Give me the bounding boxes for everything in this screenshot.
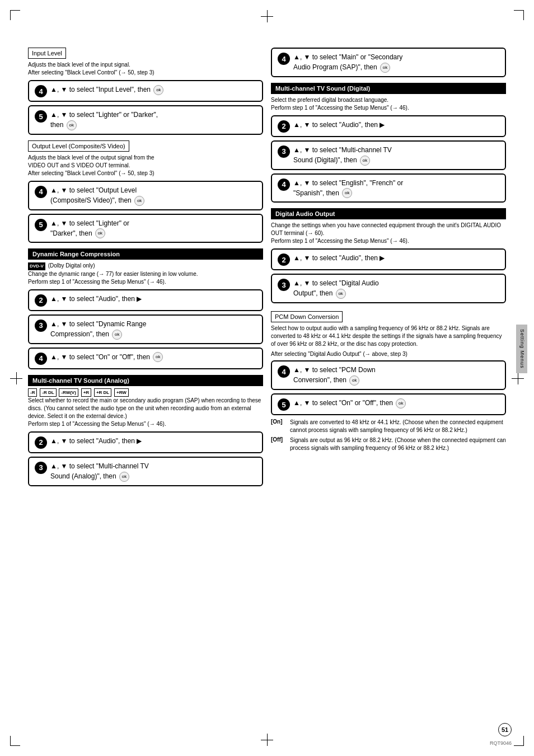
- dynamic-range-step3-text: ▲, ▼ to select "Dynamic RangeCompression…: [50, 319, 256, 340]
- ok-button-8[interactable]: ok: [380, 63, 390, 73]
- ok-button-11[interactable]: ok: [336, 289, 346, 299]
- pcm-desc: Select how to output audio with a sampli…: [271, 325, 506, 348]
- multichannel-analog-header: Multi-channel TV Sound (Analog): [28, 375, 263, 386]
- ok-button-12[interactable]: ok: [349, 375, 359, 386]
- multichannel-analog-step3-text: ▲, ▼ to select "Multi-channel TVSound (A…: [50, 461, 256, 482]
- badge-r: -R: [28, 388, 37, 397]
- step-num-3d: 3: [278, 279, 290, 291]
- multichannel-analog-desc: -R -R DL -RW(V) +R +R DL +RW Select whet…: [28, 388, 263, 428]
- badge-plus-r-dl: +R DL: [94, 388, 111, 397]
- multichannel-digital-step4: 4 ▲, ▼ to select "English", "French" or"…: [271, 173, 506, 203]
- multichannel-analog-step3: 3 ▲, ▼ to select "Multi-channel TVSound …: [28, 457, 263, 486]
- right-step4-main: 4 ▲, ▼ to select "Main" or "SecondaryAud…: [271, 48, 506, 77]
- digital-audio-step2-text: ▲, ▼ to select "Audio", then ▶: [293, 253, 499, 263]
- step-num-4c: 4: [35, 353, 47, 365]
- ok-button-9[interactable]: ok: [360, 156, 370, 166]
- ok-button-10[interactable]: ok: [342, 188, 352, 198]
- dynamic-range-step4-text: ▲, ▼ to select "On" or "Off", then ok: [50, 352, 256, 363]
- multichannel-analog-step2-text: ▲, ▼ to select "Audio", then ▶: [50, 436, 256, 446]
- multichannel-digital-step3-text: ▲, ▼ to select "Multi-channel TVSound (D…: [293, 145, 499, 166]
- step-num-3a: 3: [35, 320, 47, 332]
- pcm-on-label: [On]: [271, 419, 288, 434]
- ok-button-13[interactable]: ok: [396, 398, 406, 408]
- pcm-step4-text: ▲, ▼ to select "PCM DownConversion", the…: [293, 365, 499, 386]
- input-level-title: Input Level: [28, 48, 66, 59]
- step-num-4e: 4: [278, 179, 290, 191]
- pcm-step4: 4 ▲, ▼ to select "PCM DownConversion", t…: [271, 360, 506, 390]
- pcm-off-label: [Off]: [271, 436, 288, 452]
- ok-button-1[interactable]: ok: [153, 85, 163, 95]
- crosshair-left: [10, 372, 22, 384]
- digital-audio-step2: 2 ▲, ▼ to select "Audio", then ▶: [271, 248, 506, 270]
- right-column: 4 ▲, ▼ to select "Main" or "SecondaryAud…: [271, 48, 506, 490]
- step-num-5a: 5: [35, 110, 47, 123]
- corner-mark-br: [514, 736, 524, 746]
- output-level-step4: 4 ▲, ▼ to select "Output Level(Composite…: [28, 181, 263, 210]
- left-column: Input Level Adjusts the black level of t…: [28, 48, 263, 490]
- multichannel-digital-step4-text: ▲, ▼ to select "English", "French" or"Sp…: [293, 178, 499, 199]
- dynamic-range-step2: 2 ▲, ▼ to select "Audio", then ▶: [28, 289, 263, 311]
- output-level-step4-text: ▲, ▼ to select "Output Level(Composite/S…: [50, 185, 256, 206]
- dynamic-range-desc: DVD-V (Dolby Digital only) Change the dy…: [28, 262, 263, 285]
- output-level-desc: Adjusts the black level of the output si…: [28, 154, 263, 177]
- ok-button-6[interactable]: ok: [153, 352, 163, 362]
- right-step4-main-text: ▲, ▼ to select "Main" or "SecondaryAudio…: [293, 52, 499, 73]
- dynamic-range-step4: 4 ▲, ▼ to select "On" or "Off", then ok: [28, 348, 263, 369]
- dynamic-range-header: Dynamic Range Compression: [28, 248, 263, 260]
- step-num-2d: 2: [278, 253, 290, 266]
- digital-audio-section: Digital Audio Output Change the settings…: [271, 208, 506, 303]
- multichannel-analog-section: Multi-channel TV Sound (Analog) -R -R DL…: [28, 375, 263, 486]
- corner-mark-tr: [514, 10, 524, 20]
- multichannel-digital-header: Multi-channel TV Sound (Digital): [271, 83, 506, 94]
- badge-rw-v: -RW(V): [59, 388, 78, 397]
- digital-audio-header: Digital Audio Output: [271, 208, 506, 219]
- dynamic-range-step3: 3 ▲, ▼ to select "Dynamic RangeCompressi…: [28, 314, 263, 344]
- input-level-step5: 5 ▲, ▼ to select "Lighter" or "Darker",t…: [28, 105, 263, 135]
- main-content: Input Level Adjusts the black level of t…: [28, 48, 506, 490]
- pcm-title: PCM Down Conversion: [271, 311, 343, 322]
- digital-audio-step3-text: ▲, ▼ to select "Digital AudioOutput", th…: [293, 278, 499, 299]
- output-level-title: Output Level (Composite/S Video): [28, 140, 129, 152]
- badge-r-dl: -R DL: [40, 388, 56, 397]
- input-level-step4-text: ▲, ▼ to select "Input Level", then ok: [50, 84, 256, 95]
- step-num-2c: 2: [278, 120, 290, 133]
- pcm-on-desc: [On] Signals are converted to 48 kHz or …: [271, 419, 506, 434]
- ok-button-4[interactable]: ok: [95, 228, 105, 238]
- digital-audio-step3: 3 ▲, ▼ to select "Digital AudioOutput", …: [271, 274, 506, 303]
- step-num-4f: 4: [278, 365, 290, 378]
- input-level-desc: Adjusts the black level of the input sig…: [28, 61, 263, 77]
- pcm-step5: 5 ▲, ▼ to select "On" or "Off", then ok: [271, 393, 506, 415]
- step-num-4d: 4: [278, 53, 290, 65]
- multichannel-analog-step2: 2 ▲, ▼ to select "Audio", then ▶: [28, 431, 263, 453]
- step-num-5b: 5: [35, 219, 47, 231]
- digital-audio-desc: Change the settings when you have connec…: [271, 222, 506, 245]
- corner-mark-bl: [10, 736, 20, 746]
- input-level-section: Input Level Adjusts the black level of t…: [28, 48, 263, 135]
- multichannel-digital-step2: 2 ▲, ▼ to select "Audio", then ▶: [271, 115, 506, 137]
- pcm-step5-text: ▲, ▼ to select "On" or "Off", then ok: [293, 398, 499, 408]
- step-num-5c: 5: [278, 398, 290, 411]
- pcm-off-text: Signals are output as 96 kHz or 88.2 kHz…: [290, 436, 506, 452]
- badge-plus-r: +R: [81, 388, 91, 397]
- dynamic-range-step2-text: ▲, ▼ to select "Audio", then ▶: [50, 294, 256, 304]
- pcm-after: After selecting "Digital Audio Output" (…: [271, 350, 506, 358]
- dvd-v-badge: DVD-V: [28, 262, 45, 270]
- multichannel-digital-desc: Select the preferred digital broadcast l…: [271, 96, 506, 112]
- ok-button-3[interactable]: ok: [134, 196, 144, 206]
- ok-button-7[interactable]: ok: [119, 472, 129, 482]
- step-num-4a: 4: [35, 85, 47, 97]
- input-level-step5-text: ▲, ▼ to select "Lighter" or "Darker",the…: [50, 110, 256, 130]
- step-num-2a: 2: [35, 294, 47, 307]
- input-level-step4: 4 ▲, ▼ to select "Input Level", then ok: [28, 80, 263, 102]
- crosshair-bottom: [261, 734, 273, 746]
- step-num-4b: 4: [35, 186, 47, 198]
- multichannel-digital-section: Multi-channel TV Sound (Digital) Select …: [271, 83, 506, 203]
- output-level-step5: 5 ▲, ▼ to select "Lighter" or"Darker", t…: [28, 214, 263, 243]
- step-num-3c: 3: [278, 145, 290, 158]
- ok-button-5[interactable]: ok: [112, 330, 122, 340]
- multichannel-digital-step2-text: ▲, ▼ to select "Audio", then ▶: [293, 120, 499, 130]
- output-level-section: Output Level (Composite/S Video) Adjusts…: [28, 140, 263, 243]
- crosshair-right: [512, 372, 524, 384]
- ok-button-2[interactable]: ok: [67, 120, 77, 130]
- step-num-3b: 3: [35, 462, 47, 474]
